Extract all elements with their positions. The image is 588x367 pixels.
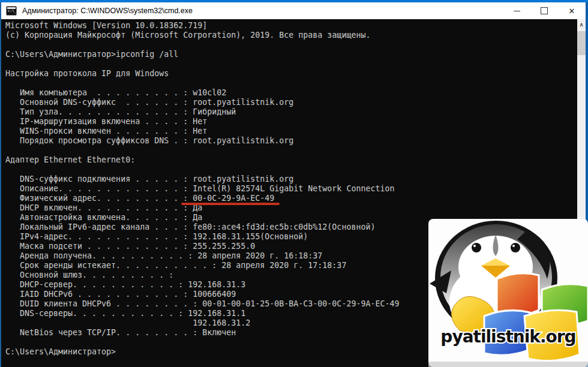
console-line: WINS-прокси включен . . . . . . . : Нет	[5, 127, 577, 136]
minimize-icon	[514, 11, 520, 11]
window-border-top	[0, 0, 588, 2]
cmd-app-icon	[6, 6, 17, 16]
maximize-button[interactable]	[530, 2, 558, 19]
scrollbar-up-icon[interactable]: ∧	[577, 19, 586, 29]
minimize-button[interactable]	[503, 2, 530, 19]
watermark-site-name: pyatilistnik.org	[440, 327, 575, 347]
console-line: IP-маршрутизация включена . . . . : Нет	[5, 117, 577, 127]
close-icon: ✕	[569, 7, 575, 15]
console-line: Адаптер Ethernet Ethernet0:	[5, 155, 577, 165]
maximize-icon	[541, 7, 548, 14]
console-line: DHCP включен. . . . . . . . . . . : Да	[5, 203, 577, 213]
console-line	[5, 146, 577, 155]
window-border-left	[0, 2, 1, 367]
pyatilistnik-penguin-watermark: pyatilistnik.org	[428, 219, 588, 367]
console-line: Microsoft Windows [Version 10.0.18362.71…	[5, 21, 577, 31]
console-line	[5, 79, 577, 88]
window-controls: ✕	[503, 2, 586, 19]
console-line: Имя компьютера . . . . . . . . . : w10cl…	[5, 88, 577, 98]
console-line: Настройка протокола IP для Windows	[5, 69, 577, 79]
penguin-windows-logo-image: pyatilistnik.org	[428, 219, 588, 367]
title-bar[interactable]: Администратор: C:\WINDOWS\system32\cmd.e…	[0, 2, 586, 19]
window-title: Администратор: C:\WINDOWS\system32\cmd.e…	[22, 7, 193, 15]
console-line	[5, 40, 577, 50]
console-line: (c) Корпорация Майкрософт (Microsoft Cor…	[5, 31, 577, 40]
console-line: Тип узла. . . . . . . . . . . . . : Гибр…	[5, 107, 577, 117]
close-button[interactable]: ✕	[558, 2, 586, 19]
console-line: DNS-суффикс подключения . . . . . : root…	[5, 175, 577, 184]
cmd-window: Администратор: C:\WINDOWS\system32\cmd.e…	[0, 0, 588, 367]
console-line	[5, 165, 577, 175]
console-line: C:\Users\Администратор>ipconfig /all	[5, 50, 577, 59]
console-line	[5, 59, 577, 69]
scrollbar-thumb[interactable]	[577, 31, 586, 55]
console-line: Основной DNS-суффикс . . . . . . : root.…	[5, 98, 577, 107]
console-line-mac-address: Физический адрес. . . . . . . . . : 00-0…	[5, 194, 577, 203]
console-line: Описание. . . . . . . . . . . . . : Inte…	[5, 184, 577, 194]
console-line: Порядок просмотра суффиксов DNS . : root…	[5, 136, 577, 146]
mac-address-underline-annotation	[181, 203, 280, 205]
